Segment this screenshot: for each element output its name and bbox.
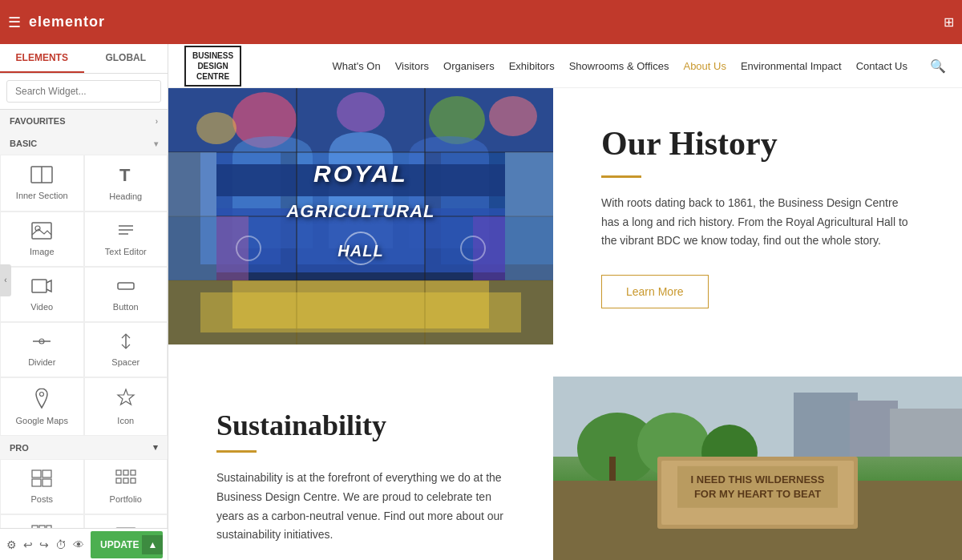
google-maps-icon — [33, 388, 51, 411]
favourites-arrow: › — [156, 117, 158, 126]
image-icon — [31, 222, 52, 242]
top-bar-left: ☰ elementor — [8, 14, 105, 31]
undo-icon[interactable]: ↩ — [23, 538, 33, 551]
history-image: ROYAL AGRICULTURAL HALL — [168, 88, 553, 344]
svg-rect-21 — [131, 470, 135, 475]
divider-icon — [31, 332, 52, 353]
update-button[interactable]: UPDATE ▲ — [91, 531, 163, 558]
svg-rect-8 — [32, 280, 46, 292]
stained-glass-agri-text: AGRICULTURAL — [168, 201, 553, 222]
svg-rect-20 — [123, 470, 128, 475]
widget-image-label: Image — [30, 247, 55, 256]
widget-form[interactable]: Form — [84, 514, 168, 528]
favourites-section-header[interactable]: FAVOURITES › — [0, 110, 168, 132]
widget-icon[interactable]: Icon — [84, 377, 168, 436]
tab-elements[interactable]: ELEMENTS — [0, 44, 84, 73]
basic-arrow: ▾ — [154, 139, 158, 148]
widget-heading-label: Heading — [109, 191, 142, 201]
svg-rect-23 — [123, 478, 128, 483]
text-editor-icon — [115, 222, 136, 242]
settings-icon[interactable]: ⚙ — [6, 538, 17, 551]
widget-inner-section[interactable]: Inner Section — [0, 155, 84, 212]
nav-contact[interactable]: Contact Us — [856, 60, 907, 72]
svg-point-37 — [196, 112, 236, 144]
icon-widget-icon — [115, 388, 136, 411]
widget-google-maps-label: Google Maps — [16, 416, 68, 425]
svg-rect-3 — [32, 223, 51, 239]
svg-rect-19 — [116, 470, 121, 475]
history-description: With roots dating back to 1861, the Busi… — [601, 194, 914, 251]
widget-posts[interactable]: Posts — [0, 459, 84, 514]
grid-icon[interactable]: ⊞ — [944, 14, 954, 30]
sidebar-search — [0, 74, 168, 110]
search-input[interactable] — [6, 80, 161, 103]
widget-gallery[interactable]: Gallery — [0, 514, 84, 528]
widget-button-label: Button — [113, 302, 139, 312]
posts-icon — [31, 469, 52, 489]
widget-divider-label: Divider — [28, 357, 55, 367]
widget-spacer-label: Spacer — [111, 357, 139, 367]
widget-text-editor[interactable]: Text Editor — [84, 212, 168, 267]
basic-section-header[interactable]: BASIC ▾ — [0, 132, 168, 155]
svg-marker-14 — [118, 389, 134, 405]
nav-about-us[interactable]: About Us — [683, 60, 726, 72]
svg-rect-24 — [131, 478, 135, 483]
sidebar-bottom-bar: ⚙ ↩ ↪ ⏱ 👁 UPDATE ▲ — [0, 528, 168, 560]
svg-rect-64 — [890, 409, 962, 457]
sidebar: ELEMENTS GLOBAL FAVOURITES › BASIC ▾ — [0, 44, 168, 560]
preview-icon[interactable]: 👁 — [73, 538, 84, 551]
video-icon — [31, 277, 52, 297]
widget-icon-label: Icon — [117, 416, 134, 425]
sustain-sign-text: I NEED THIS WILDERNESS FOR MY HEART TO B… — [677, 465, 838, 507]
nav-organisers[interactable]: Organisers — [443, 60, 495, 72]
learn-more-button[interactable]: Learn More — [601, 275, 709, 308]
update-arrow[interactable]: ▲ — [142, 535, 163, 554]
sustainability-title: Sustainability — [216, 409, 505, 442]
stained-glass-royal-text: ROYAL — [168, 160, 553, 187]
pro-arrow: ▾ — [153, 442, 158, 453]
inner-section-icon — [30, 166, 53, 186]
button-icon — [115, 277, 136, 297]
history-content: Our History With roots dating back to 18… — [553, 88, 962, 344]
svg-rect-62 — [794, 393, 858, 457]
elementor-logo: elementor — [29, 14, 105, 30]
history-accent-line — [601, 175, 641, 178]
nav-whats-on[interactable]: What's On — [332, 60, 380, 72]
svg-rect-22 — [116, 478, 121, 483]
widget-text-editor-label: Text Editor — [105, 247, 147, 256]
collapse-handle[interactable]: ‹ — [0, 264, 11, 296]
nav-search-icon[interactable]: 🔍 — [930, 58, 946, 74]
svg-rect-17 — [32, 479, 41, 486]
history-icon[interactable]: ⏱ — [55, 538, 67, 551]
nav-environmental[interactable]: Environmental Impact — [741, 60, 842, 72]
redo-icon[interactable]: ↪ — [39, 538, 49, 551]
svg-rect-15 — [32, 470, 41, 477]
widget-portfolio[interactable]: Portfolio — [84, 459, 168, 514]
nav-showrooms[interactable]: Showrooms & Offices — [569, 60, 669, 72]
nav-exhibitors[interactable]: Exhibitors — [509, 60, 555, 72]
site-logo: BUSINESS DESIGN CENTRE — [184, 46, 241, 87]
widget-button[interactable]: Button — [84, 267, 168, 322]
website-preview: BUSINESS DESIGN CENTRE What's On Visitor… — [168, 44, 962, 560]
svg-rect-16 — [42, 470, 51, 477]
widget-video[interactable]: Video — [0, 267, 84, 322]
widget-divider[interactable]: Divider — [0, 322, 84, 377]
widget-portfolio-label: Portfolio — [110, 494, 142, 504]
tab-global[interactable]: GLOBAL — [84, 44, 168, 73]
pro-section-header[interactable]: PRO ▾ — [0, 436, 168, 459]
widget-heading[interactable]: T Heading — [84, 155, 168, 212]
sustainability-accent-line — [216, 450, 257, 453]
svg-point-13 — [40, 393, 44, 397]
spacer-icon — [115, 332, 136, 353]
widget-google-maps[interactable]: Google Maps — [0, 377, 84, 436]
nav-visitors[interactable]: Visitors — [395, 60, 429, 72]
website-nav: BUSINESS DESIGN CENTRE What's On Visitor… — [168, 44, 962, 88]
sustainability-photo: I NEED THIS WILDERNESS FOR MY HEART TO B… — [553, 377, 962, 560]
svg-rect-57 — [200, 292, 521, 332]
heading-icon: T — [117, 165, 135, 187]
widget-image[interactable]: Image — [0, 212, 84, 267]
hamburger-icon[interactable]: ☰ — [8, 14, 21, 31]
widget-inner-section-label: Inner Section — [16, 191, 68, 200]
widget-spacer[interactable]: Spacer — [84, 322, 168, 377]
pro-label: PRO — [10, 443, 29, 453]
